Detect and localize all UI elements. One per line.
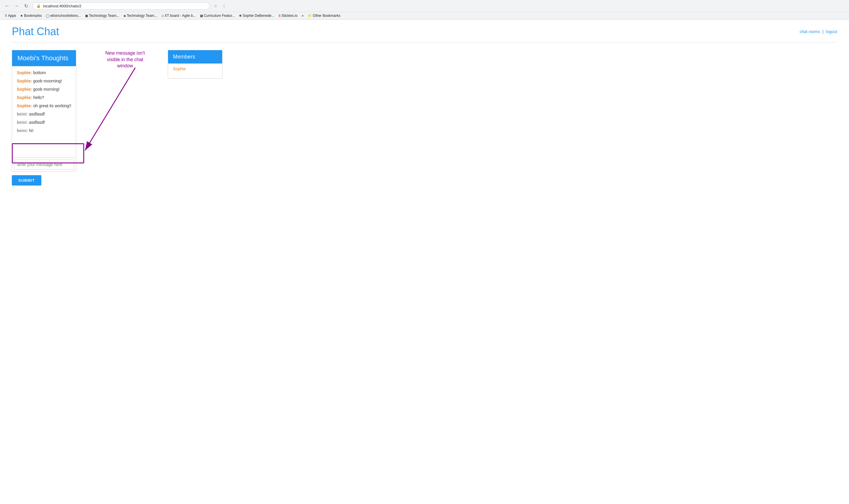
reload-button[interactable]: ↻ [22,2,30,10]
bookmark-elixirschool[interactable]: ◯ elixirschool/elixirs... [44,13,83,18]
bookmark-techteam2[interactable]: ◈ Technology Team... [122,13,159,18]
message-author: Sophie: [17,95,32,100]
bookmarks-bar: ⠿ Apps ★ Bookmarks ◯ elixirschool/elixir… [0,12,849,19]
members-panel: Members Sophie [168,50,222,78]
bookmark-more[interactable]: » [300,13,305,18]
message-row: Sophie: goob morning! [17,85,71,93]
message-row: Sophie: goob moorning! [17,77,71,85]
page-content: Phat Chat chat rooms | logout Moebi's Th… [0,19,849,500]
svg-line-1 [85,68,135,150]
bookmark-techteam1[interactable]: ▣ Technology Team... [83,13,121,18]
header-nav: chat rooms | logout [800,29,837,34]
app-title: Phat Chat [12,25,59,38]
message-row: Sophie: hello? [17,93,71,102]
url-input[interactable] [43,4,206,8]
message-author: beini: [17,112,28,116]
main-layout: Moebi's Thoughts Sophie: bottomSophie: g… [12,50,837,185]
github-icon: ◯ [46,14,49,18]
chat-rooms-link[interactable]: chat rooms [800,29,820,34]
bookmark-other[interactable]: 📁 Other Bookmarks [306,13,342,18]
bookmark-apps[interactable]: ⠿ Apps [3,13,18,18]
message-author: Sophie: [17,103,32,108]
message-row: beini: asdfasdf [17,110,71,118]
lock-icon: 🔒 [36,4,41,8]
message-author: Sophie: [17,78,32,83]
message-input-area [12,158,76,172]
annotation-text: New message isn't visible in the chat wi… [100,50,150,69]
address-bar[interactable]: 🔒 [33,2,210,10]
message-row: beini: asdfasdf [17,118,71,126]
message-input[interactable] [14,160,74,169]
bookmark-bookmarks[interactable]: ★ Bookmarks [18,13,43,18]
gsheets-icon: ▦ [200,14,203,18]
star-icon[interactable]: ☆ [212,2,219,10]
message-author: Sophie: [17,87,32,92]
nav-buttons: ← → ↻ [3,2,30,10]
nav-separator: | [823,29,824,34]
bookmark-sophie[interactable]: ❋ Sophie DeBenede... [237,13,276,18]
members-box: Members Sophie [168,50,222,78]
members-list: Sophie [168,64,222,78]
chat-box: Moebi's Thoughts Sophie: bottomSophie: g… [12,50,76,172]
page-header: Phat Chat chat rooms | logout [12,25,837,42]
submit-button[interactable]: SUBMIT [12,175,41,185]
bookmark-xtboard[interactable]: ◇ XT board - Agile b... [160,13,198,18]
members-header: Members [168,50,222,64]
diamond-icon: ◇ [161,14,164,18]
apps-icon: ⠿ [5,14,7,18]
bookmark-curriculum[interactable]: ▦ Curriculum Featur... [198,13,237,18]
message-author: beini: [17,128,28,133]
bookmark-star-icon: ★ [20,14,23,18]
forward-button[interactable]: → [13,2,21,10]
messages-area[interactable]: Sophie: bottomSophie: goob moorning!Soph… [12,66,76,158]
trello-icon: ▣ [85,14,88,18]
bookmark-stickies[interactable]: S Stickies.io [277,13,299,18]
browser-chrome: ← → ↻ 🔒 ☆ ⋮ ⠿ Apps ★ Bookmarks ◯ elixirs… [0,0,849,19]
menu-icon[interactable]: ⋮ [220,2,228,10]
message-author: Sophie: [17,70,32,75]
chat-room-title: Moebi's Thoughts [12,50,76,66]
message-row: beini: hi! [17,126,71,135]
arrow-svg [76,50,159,174]
message-row: Sophie: bottom [17,69,71,77]
browser-icons: ☆ ⋮ [212,2,228,10]
browser-toolbar: ← → ↻ 🔒 ☆ ⋮ [0,0,849,12]
message-author: beini: [17,120,28,125]
notion-icon: ❋ [239,14,242,18]
back-button[interactable]: ← [3,2,11,10]
stickies-icon: S [278,14,281,17]
folder-icon: 📁 [308,14,312,18]
message-row: Sophie: oh great its working!! [17,102,71,110]
chat-container: Moebi's Thoughts Sophie: bottomSophie: g… [12,50,76,185]
logout-link[interactable]: logout [826,29,837,34]
member-name: Sophie [173,67,217,71]
asana-icon: ◈ [124,14,126,18]
